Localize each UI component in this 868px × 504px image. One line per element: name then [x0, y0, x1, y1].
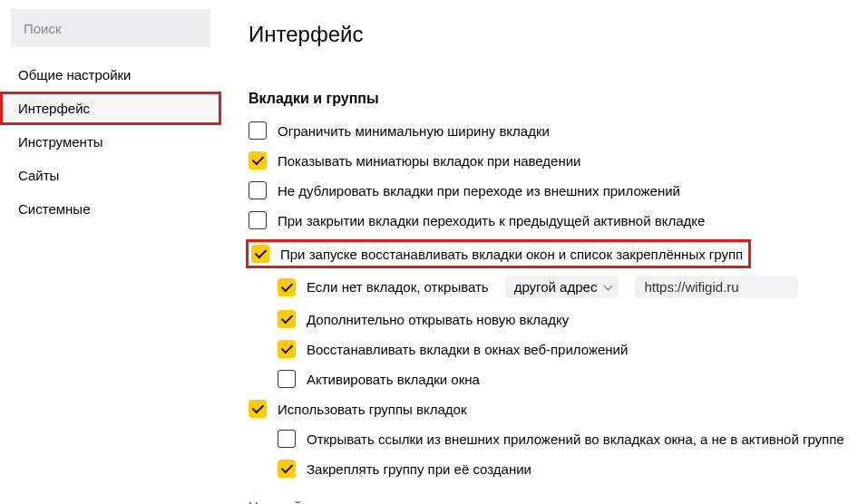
option-show-thumbnails: Показывать миниатюры вкладок при наведен…	[249, 150, 857, 171]
checkbox[interactable]	[249, 151, 267, 170]
option-no-duplicate-tabs: Не дублировать вкладки при переходе из в…	[249, 179, 857, 201]
option-label: Активировать вкладки окна	[307, 372, 480, 387]
option-label: Не дублировать вкладки при переходе из в…	[278, 183, 680, 199]
option-pin-group-on-create: Закреплять группу при её создании	[278, 458, 857, 480]
page-title: Интерфейс	[249, 22, 857, 47]
section-title: Вкладки и группы	[249, 91, 857, 107]
option-label: Использовать группы вкладок	[278, 402, 467, 417]
checkbox[interactable]	[278, 340, 296, 358]
open-target-select[interactable]: другой адрес	[505, 276, 619, 298]
checkbox[interactable]	[249, 400, 267, 418]
sidebar-item-sites[interactable]: Сайты	[0, 159, 221, 192]
sidebar-item-general[interactable]: Общие настройки	[0, 58, 221, 92]
option-label: Ограничить минимальную ширину вкладки	[278, 123, 550, 139]
option-label: При закрытии вкладки переходить к предыд…	[278, 213, 705, 228]
option-label: При запуске восстанавливать вкладки окон…	[280, 247, 743, 262]
checkbox[interactable]	[249, 121, 267, 140]
option-label: Если нет вкладок, открывать	[307, 279, 489, 295]
search-input[interactable]: Поиск	[11, 9, 210, 47]
checkbox[interactable]	[278, 370, 296, 388]
option-activate-window-tabs: Активировать вкладки окна	[278, 368, 857, 390]
sidebar-item-system[interactable]: Системные	[0, 192, 221, 226]
option-limit-min-width: Ограничить минимальную ширину вкладки	[249, 120, 857, 141]
option-use-tab-groups: Использовать группы вкладок	[249, 398, 857, 420]
option-label: Закреплять группу при её создании	[307, 461, 532, 477]
option-label: Восстанавливать вкладки в окнах веб-прил…	[307, 342, 628, 357]
option-label: Открывать ссылки из внешних приложений в…	[307, 431, 844, 447]
checkbox[interactable]	[278, 310, 296, 328]
checkbox[interactable]	[278, 278, 296, 296]
option-label: Дополнительно открывать новую вкладку	[307, 312, 569, 327]
option-label: Показывать миниатюры вкладок при наведен…	[278, 153, 581, 169]
option-open-external-in-window-tabs: Открывать ссылки из внешних приложений в…	[278, 428, 857, 450]
main-content: Интерфейс Вкладки и группы Ограничить ми…	[221, 0, 868, 504]
sidebar-item-interface[interactable]: Интерфейс	[0, 92, 221, 125]
sidebar-item-label: Системные	[18, 201, 90, 217]
sidebar: Поиск Общие настройки Интерфейс Инструме…	[0, 0, 221, 504]
option-if-no-tabs-open: Если нет вкладок, открывать другой адрес	[278, 274, 857, 300]
sidebar-item-label: Общие настройки	[18, 67, 132, 82]
option-restore-webapp-tabs: Восстанавливать вкладки в окнах веб-прил…	[278, 338, 857, 360]
checkbox[interactable]	[251, 245, 269, 263]
open-url-input[interactable]	[635, 276, 798, 298]
option-restore-tabs-on-start: При запуске восстанавливать вкладки окон…	[246, 239, 751, 268]
checkbox[interactable]	[278, 460, 296, 478]
sidebar-item-label: Интерфейс	[18, 101, 90, 116]
checkbox[interactable]	[249, 211, 267, 229]
sidebar-item-label: Сайты	[18, 168, 59, 183]
option-prev-active-tab: При закрытии вкладки переходить к предыд…	[249, 209, 857, 231]
sidebar-item-label: Инструменты	[18, 134, 103, 150]
checkbox[interactable]	[278, 430, 296, 448]
tab-appearance-settings-link[interactable]: Настройки внешнего вида вкладок	[249, 499, 468, 504]
sidebar-item-tools[interactable]: Инструменты	[0, 125, 221, 159]
option-open-new-tab-additionally: Дополнительно открывать новую вкладку	[278, 308, 857, 330]
checkbox[interactable]	[249, 181, 267, 199]
search-placeholder: Поиск	[24, 21, 62, 36]
